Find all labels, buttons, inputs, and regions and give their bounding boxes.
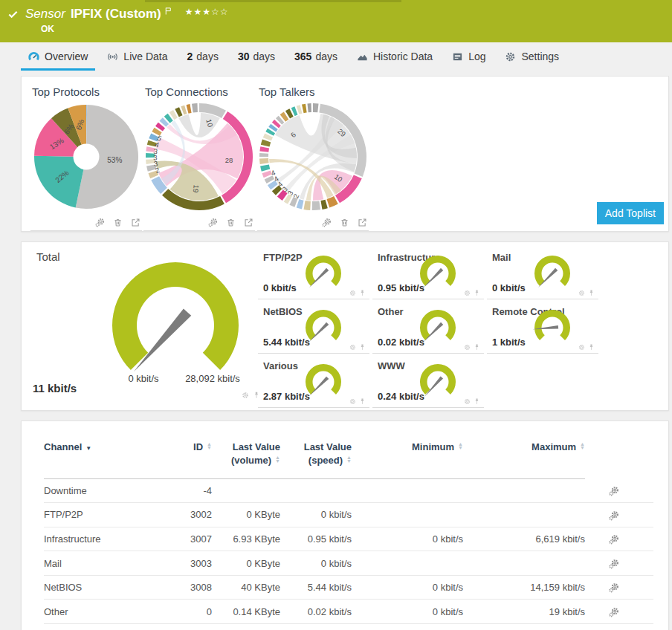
cell-channel: Other (44, 600, 160, 624)
sort-arrows-icon: ▲▼ (207, 441, 212, 449)
gauge-settings-gear-icon[interactable] (349, 344, 356, 351)
toplist-delete-trash-icon[interactable] (226, 218, 236, 227)
star-rating[interactable]: ★★★☆☆ (185, 7, 229, 17)
tab-365-days[interactable]: 365days (294, 42, 337, 71)
tab-live-data[interactable]: Live Data (107, 42, 167, 71)
gauge-pin-icon[interactable] (359, 398, 366, 405)
cell-action (585, 551, 653, 576)
channel-edit-gear-icon[interactable] (609, 582, 619, 593)
channel-edit-gear-icon[interactable] (609, 534, 619, 545)
cell-vol: 0 KByte (212, 503, 280, 527)
window-edge-artifact (145, 0, 401, 2)
tab-label: Overview (45, 51, 88, 62)
gauge-pin-icon[interactable] (474, 398, 480, 405)
cell-vol (212, 479, 280, 503)
gauge-channel-value: 0 kbit/s (492, 282, 526, 293)
total-gauge-value: 11 kbit/s (33, 382, 77, 394)
tab-number: 365 (294, 51, 311, 62)
chart-value-label: 28 (225, 156, 233, 164)
tab-settings[interactable]: Settings (505, 42, 559, 71)
gauge-settings-gear-icon[interactable] (578, 344, 585, 351)
table-row[interactable]: Downtime-4 (44, 479, 653, 503)
toplist-edit-gear-icon[interactable] (322, 218, 332, 227)
gear-icon (505, 51, 516, 62)
cell-min: 0 kbit/s (352, 600, 463, 624)
add-toplist-button[interactable]: Add Toplist (597, 202, 664, 224)
gauge-pin-icon[interactable] (474, 344, 480, 351)
cell-speed: 0.95 kbit/s (280, 527, 352, 551)
sensor-type-label: Sensor (25, 7, 65, 22)
cell-id: 0 (160, 600, 212, 624)
tab-30-days[interactable]: 30days (238, 42, 275, 71)
table-row[interactable]: Mail30030 KByte0 kbit/s (44, 551, 653, 576)
tab-number: 30 (238, 51, 250, 62)
tab-historic-data[interactable]: Historic Data (357, 42, 433, 71)
table-row[interactable]: FTP/P2P30020 KByte0 kbit/s (44, 503, 653, 527)
sort-arrows-icon: ▲▼ (458, 441, 463, 449)
cell-max (463, 551, 585, 576)
table-row[interactable]: NetBIOS300840 KByte5.44 kbit/s0 kbit/s14… (44, 575, 653, 600)
table-row[interactable]: Other00.14 KByte0.02 kbit/s0 kbit/s19 kb… (44, 600, 653, 624)
toplist-open-external-link-icon[interactable] (244, 218, 253, 227)
gauge-pin-icon[interactable] (588, 290, 595, 296)
tab-overview[interactable]: Overview (28, 42, 88, 71)
priority-flag-icon[interactable] (164, 7, 173, 16)
column-header-minimum[interactable]: Minimum▲▼ (352, 432, 463, 479)
gauge-settings-gear-icon[interactable] (349, 290, 356, 296)
column-header-id[interactable]: ID▲▼ (160, 432, 212, 479)
cell-channel: Downtime (44, 479, 160, 503)
toplist-edit-gear-icon[interactable] (95, 218, 105, 227)
channel-edit-gear-icon[interactable] (609, 559, 619, 569)
gauge-settings-gear-icon[interactable] (464, 290, 471, 296)
column-header-last-value-speed-[interactable]: Last Value (speed)▲▼ (280, 432, 352, 479)
gauge-settings-gear-icon[interactable] (349, 398, 356, 405)
toplist-open-external-link-icon[interactable] (131, 218, 140, 227)
tab-label: Settings (521, 51, 559, 62)
tab-2-days[interactable]: 2days (187, 42, 219, 71)
gauge-channel-value: 2.87 kbit/s (263, 391, 310, 402)
cell-speed: 0 kbit/s (280, 551, 352, 576)
column-header-last-value-volume-[interactable]: Last Value (volume)▲▼ (212, 432, 280, 479)
channel-edit-gear-icon[interactable] (609, 486, 619, 496)
toplist-footer (143, 215, 255, 231)
column-header-channel[interactable]: Channel▼ (44, 432, 160, 479)
gauge-settings-gear-icon[interactable] (578, 290, 585, 296)
toplist-open-external-link-icon[interactable] (358, 218, 367, 227)
gauge-settings-gear-icon[interactable] (464, 344, 471, 351)
toplist-footer (30, 215, 142, 231)
tab-log[interactable]: Log (452, 42, 485, 71)
chart-value-label: 19 (192, 184, 201, 192)
gauge-settings-gear-icon[interactable] (464, 398, 471, 405)
toplist-chart[interactable]: 53%22%13%6%6% (30, 101, 142, 212)
toplist-chart[interactable]: 29106233444 (257, 101, 369, 212)
cell-vol: 0 KByte (212, 551, 280, 576)
cell-max: 14,159 kbit/s (463, 575, 585, 600)
gauge-channel-value: 0.02 kbit/s (378, 337, 424, 348)
cell-id: 3002 (160, 503, 212, 527)
gauge-pin-icon[interactable] (359, 344, 366, 351)
cell-min (352, 551, 463, 576)
gauge-pin-icon[interactable] (588, 344, 595, 351)
gauge-icon (28, 51, 39, 62)
channel-edit-gear-icon[interactable] (609, 510, 619, 521)
toplist-delete-trash-icon[interactable] (113, 218, 123, 227)
table-row[interactable]: Infrastructure30076.93 KByte0.95 kbit/s0… (44, 527, 653, 551)
gauge-pin-icon[interactable] (474, 290, 480, 296)
gauge-channel-name: Mail (492, 252, 511, 263)
cell-action (585, 600, 653, 624)
toplist-chart[interactable]: 102819233345 (143, 101, 255, 212)
toplist-edit-gear-icon[interactable] (208, 218, 218, 227)
total-gauge-settings-gear-icon[interactable] (242, 392, 249, 399)
gauge-card-mail: Mail0 kbit/s (487, 246, 598, 299)
chart-icon (357, 51, 368, 62)
column-header-maximum[interactable]: Maximum▲▼ (463, 432, 585, 479)
cell-action (585, 527, 653, 551)
toplist-card-top-talkers: Top Talkers29106233444 (257, 84, 369, 231)
column-header-label: Last Value (speed) (304, 441, 352, 466)
toplist-delete-trash-icon[interactable] (340, 218, 349, 227)
toplist-title: Top Connections (145, 85, 255, 98)
cell-speed: 5.44 kbit/s (280, 575, 352, 600)
gauge-pin-icon[interactable] (359, 290, 366, 296)
tab-label: Live Data (123, 51, 167, 62)
channel-edit-gear-icon[interactable] (609, 607, 619, 617)
